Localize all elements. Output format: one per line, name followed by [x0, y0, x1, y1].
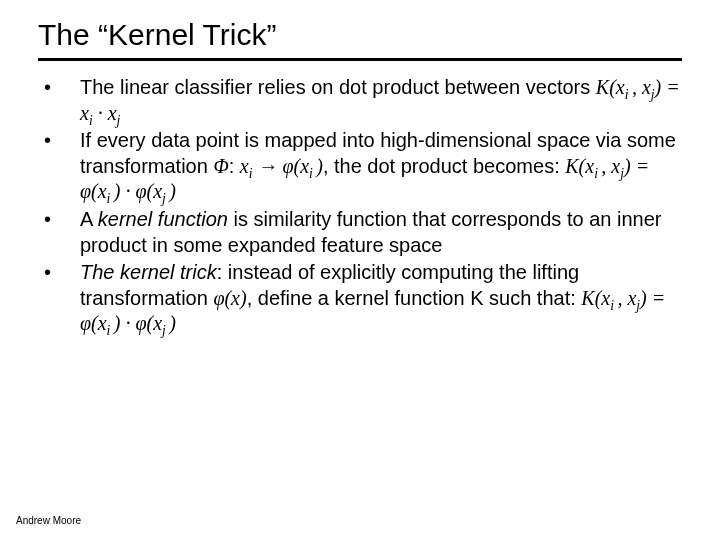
bullet-item: • A kernel function is similarity functi… [38, 207, 682, 258]
slide-footer: Andrew Moore [16, 515, 81, 526]
title-underline [38, 58, 682, 61]
bullet-text: If every data point is mapped into high-… [80, 128, 682, 205]
bullet-item: • The kernel trick: instead of explicitl… [38, 260, 682, 337]
bullet-marker-icon: • [38, 207, 80, 258]
math-run: Φ [213, 155, 228, 177]
bullet-list: • The linear classifier relies on dot pr… [38, 75, 682, 337]
text-run: The linear classifier relies on dot prod… [80, 76, 596, 98]
text-run: A [80, 208, 98, 230]
bullet-text: The kernel trick: instead of explicitly … [80, 260, 682, 337]
text-run: : [229, 155, 240, 177]
emphasis-run: The kernel trick [80, 261, 217, 283]
slide-title: The “Kernel Trick” [38, 18, 682, 52]
bullet-item: • The linear classifier relies on dot pr… [38, 75, 682, 126]
bullet-marker-icon: • [38, 260, 80, 337]
bullet-marker-icon: • [38, 75, 80, 126]
slide-body: The “Kernel Trick” • The linear classifi… [0, 0, 720, 337]
text-run: , define a kernel function K such that: [247, 287, 582, 309]
emphasis-run: kernel function [98, 208, 228, 230]
bullet-marker-icon: • [38, 128, 80, 205]
bullet-text: A kernel function is similarity function… [80, 207, 682, 258]
math-run: φ(x) [213, 287, 246, 309]
text-run: , the dot product becomes: [323, 155, 565, 177]
bullet-item: • If every data point is mapped into hig… [38, 128, 682, 205]
bullet-text: The linear classifier relies on dot prod… [80, 75, 682, 126]
math-run: xi → φ(xi ) [240, 155, 323, 177]
